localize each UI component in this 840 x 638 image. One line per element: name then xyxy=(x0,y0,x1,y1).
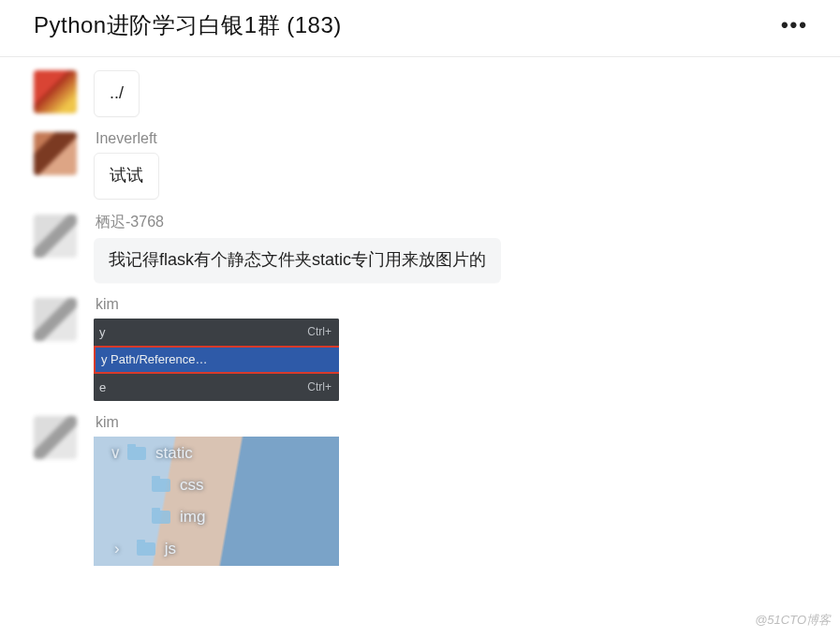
tree-item-label: static xyxy=(155,444,193,463)
sender-name: kim xyxy=(96,414,119,431)
tree-item-parent: ∨ static xyxy=(101,440,332,467)
watermark: @51CTO博客 xyxy=(755,612,831,629)
message-row: kim ∨ static css img xyxy=(34,414,840,566)
message-row: Ineverleft 试试 xyxy=(34,130,840,200)
tree-item-label: img xyxy=(180,508,205,527)
menu-item-shortcut: Ctrl+ xyxy=(307,325,332,338)
menu-item-label: e xyxy=(99,380,106,394)
avatar[interactable] xyxy=(34,416,77,459)
tree-item: › js xyxy=(101,536,332,562)
folder-icon xyxy=(137,542,155,556)
avatar[interactable] xyxy=(34,298,77,341)
message-row: kim y Ctrl+ y Path/Reference… e Ctrl+ xyxy=(34,296,840,401)
folder-icon xyxy=(152,511,170,524)
avatar[interactable] xyxy=(34,70,77,113)
context-menu-item-selected: y Path/Reference… xyxy=(94,346,339,374)
message-row: 栖迟-3768 我记得flask有个静态文件夹static专门用来放图片的 xyxy=(34,213,840,283)
image-attachment[interactable]: ∨ static css img › js xyxy=(94,437,339,566)
more-icon[interactable]: ••• xyxy=(775,9,814,41)
folder-tree: ∨ static css img › js xyxy=(101,440,332,562)
menu-item-shortcut: Ctrl+ xyxy=(307,380,332,393)
sender-name: kim xyxy=(96,296,119,313)
message-bubble[interactable]: ../ xyxy=(94,70,140,117)
image-attachment[interactable]: y Ctrl+ y Path/Reference… e Ctrl+ xyxy=(94,319,339,401)
tree-item-label: css xyxy=(180,476,204,495)
avatar[interactable] xyxy=(34,215,77,258)
tree-item: img xyxy=(101,504,332,530)
chat-header: Python进阶学习白银1群 (183) ••• xyxy=(0,0,840,57)
menu-item-label: y xyxy=(99,325,106,339)
message-bubble[interactable]: 试试 xyxy=(94,153,159,200)
chat-title: Python进阶学习白银1群 (183) xyxy=(34,10,342,40)
folder-icon xyxy=(152,479,170,492)
folder-icon xyxy=(127,447,146,460)
context-menu-item: e Ctrl+ xyxy=(94,374,339,401)
avatar[interactable] xyxy=(34,132,77,175)
context-menu-item: y Ctrl+ xyxy=(94,319,339,346)
tree-item: css xyxy=(101,472,332,498)
chevron-right-icon: › xyxy=(114,540,120,558)
sender-name: 栖迟-3768 xyxy=(96,213,164,232)
sender-name: Ineverleft xyxy=(96,130,157,147)
chevron-down-icon: ∨ xyxy=(109,443,122,463)
tree-item-label: js xyxy=(165,540,176,558)
message-list: ../ Ineverleft 试试 栖迟-3768 我记得flask有个静态文件… xyxy=(0,70,840,566)
menu-item-label: y Path/Reference… xyxy=(101,352,207,366)
message-bubble[interactable]: 我记得flask有个静态文件夹static专门用来放图片的 xyxy=(94,238,501,283)
message-row: ../ xyxy=(34,70,840,117)
